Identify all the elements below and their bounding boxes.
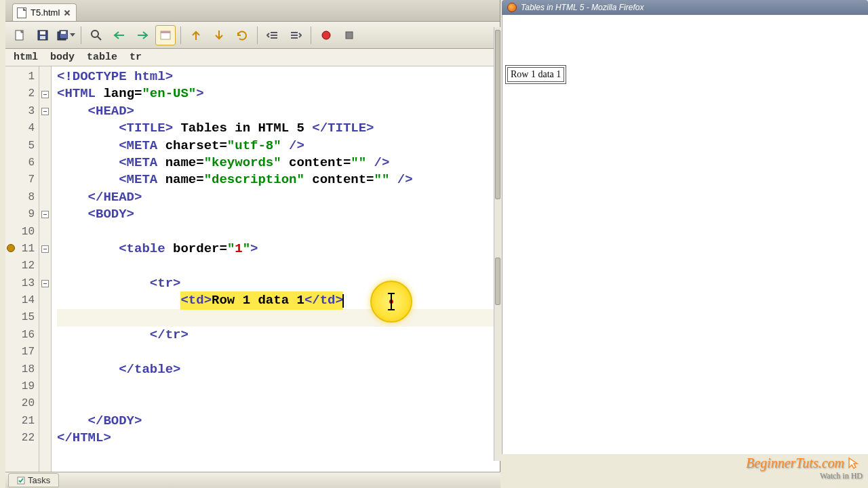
breadcrumb-item[interactable]: body <box>50 52 75 63</box>
code-line[interactable]: </table> <box>57 361 494 378</box>
indent-button[interactable] <box>285 25 306 45</box>
outdent-button[interactable] <box>262 25 283 45</box>
tab-filename: T5.html <box>31 7 60 18</box>
code-area[interactable]: <!DOCTYPE html><HTML lang="en-US"> <HEAD… <box>52 66 500 483</box>
code-line[interactable]: <tr> <box>57 275 494 292</box>
svg-line-8 <box>98 37 101 40</box>
new-file-button[interactable] <box>9 25 30 45</box>
watermark-sub: Watch in HD <box>746 471 863 481</box>
fold-column[interactable] <box>39 66 52 483</box>
code-line[interactable]: <BODY> <box>57 206 494 223</box>
code-line[interactable]: <table border="1"> <box>57 241 494 258</box>
save-all-button[interactable] <box>56 25 76 45</box>
svg-rect-3 <box>40 36 45 39</box>
document-tab[interactable]: T5.html <box>12 3 77 21</box>
code-line[interactable]: </BODY> <box>57 413 494 430</box>
code-line[interactable]: </HTML> <box>57 430 494 447</box>
editor-scrollbar-track[interactable] <box>494 27 500 461</box>
svg-point-7 <box>92 30 98 37</box>
breadcrumb-item[interactable]: tr <box>130 52 142 63</box>
search-button[interactable] <box>86 25 106 45</box>
stop-button[interactable] <box>339 25 359 45</box>
close-icon[interactable] <box>64 9 71 16</box>
code-line[interactable] <box>57 258 494 274</box>
code-line[interactable] <box>57 395 494 412</box>
code-line[interactable] <box>57 309 494 326</box>
browser-titlebar: Tables in HTML 5 - Mozilla Firefox <box>502 0 868 15</box>
code-line[interactable] <box>57 378 494 395</box>
file-icon <box>17 7 26 18</box>
tasks-tab[interactable]: Tasks <box>8 473 59 487</box>
code-line[interactable]: <TITLE> Tables in HTML 5 </TITLE> <box>57 120 494 137</box>
code-line[interactable]: <HEAD> <box>57 103 494 120</box>
breadcrumb-item[interactable]: html <box>14 52 38 63</box>
svg-rect-10 <box>161 31 170 33</box>
code-line[interactable]: </HEAD> <box>57 189 494 206</box>
rendered-cell: Row 1 data 1 <box>507 67 564 82</box>
svg-rect-2 <box>40 31 45 35</box>
editor-window: T5.html htmlbodytabletr 1234567891011121… <box>5 0 500 483</box>
code-line[interactable]: </tr> <box>57 327 494 344</box>
scrollbar-thumb[interactable] <box>495 30 500 199</box>
watermark: BeginnerTuts.com Watch in HD <box>746 455 863 481</box>
code-line[interactable]: <HTML lang="en-US"> <box>57 85 494 102</box>
save-button[interactable] <box>33 25 53 45</box>
cursor-highlight-icon <box>370 281 412 323</box>
fold-toggle[interactable] <box>41 108 49 115</box>
fold-toggle[interactable] <box>41 91 49 98</box>
toolbar-separator <box>311 26 311 44</box>
code-line[interactable]: <!DOCTYPE html> <box>57 68 494 85</box>
download-button[interactable] <box>209 25 229 45</box>
breadcrumb-item[interactable]: table <box>87 52 117 63</box>
browser-title-text: Tables in HTML 5 - Mozilla Firefox <box>521 3 644 12</box>
code-line[interactable]: <META charset="utf-8" /> <box>57 138 494 155</box>
code-line[interactable]: <META name="description" content="" /> <box>57 171 494 188</box>
scrollbar-thumb[interactable] <box>495 258 500 305</box>
code-line[interactable]: <META name="keywords" content="" /> <box>57 155 494 171</box>
cursor-pointer-icon <box>848 457 863 469</box>
fold-toggle[interactable] <box>41 280 49 287</box>
tasks-icon <box>17 476 25 485</box>
code-line[interactable] <box>57 344 494 361</box>
toolbar-separator <box>180 26 181 44</box>
line-number-gutter[interactable]: 12345678910111213141516171819202122 <box>5 66 39 483</box>
upload-button[interactable] <box>186 25 206 45</box>
watermark-tld: .com <box>818 455 844 470</box>
preview-button[interactable] <box>155 25 176 45</box>
sync-button[interactable] <box>232 25 252 45</box>
editor: 12345678910111213141516171819202122 <!DO… <box>5 66 500 483</box>
code-line[interactable] <box>57 224 494 241</box>
browser-viewport[interactable]: Row 1 data 1 <box>502 15 868 454</box>
rendered-table: Row 1 data 1 <box>505 65 566 84</box>
fold-toggle[interactable] <box>41 245 49 253</box>
toolbar-separator <box>257 26 258 44</box>
dropdown-arrow-icon <box>70 33 75 37</box>
document-tab-strip: T5.html <box>5 0 500 22</box>
toolbar-separator <box>81 26 81 44</box>
code-line[interactable]: <td>Row 1 data 1</td> <box>57 292 494 309</box>
breadcrumb: htmlbodytabletr <box>5 49 500 66</box>
tasks-label: Tasks <box>28 475 50 485</box>
status-bar: Tasks <box>5 472 500 488</box>
svg-rect-6 <box>61 31 66 34</box>
nav-forward-button[interactable] <box>132 25 153 45</box>
svg-point-11 <box>322 31 330 39</box>
fold-toggle[interactable] <box>41 211 49 218</box>
watermark-brand: BeginnerTuts <box>746 455 818 470</box>
record-button[interactable] <box>316 25 336 45</box>
toolbar <box>5 22 500 49</box>
svg-rect-12 <box>346 32 353 39</box>
nav-back-button[interactable] <box>109 25 130 45</box>
firefox-icon <box>507 3 517 12</box>
